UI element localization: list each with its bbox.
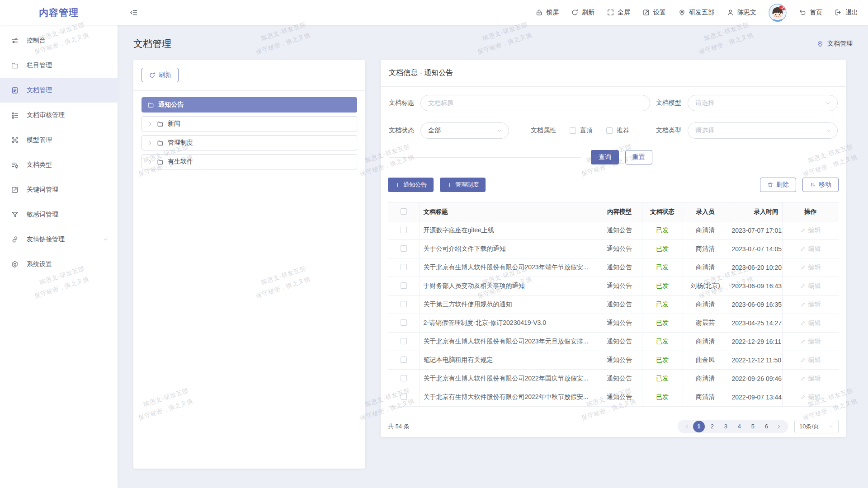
sidebar-item-document-review[interactable]: 文档审核管理 <box>0 103 118 127</box>
column-header-title: 文档标题 <box>420 203 597 221</box>
doc-title-input[interactable] <box>420 95 650 111</box>
page-button-6[interactable]: 6 <box>760 421 773 432</box>
next-page-button[interactable] <box>774 424 783 430</box>
edit-button[interactable]: 编辑 <box>800 245 821 253</box>
current-user[interactable]: 陈思文 <box>726 9 756 17</box>
edit-button[interactable]: 编辑 <box>800 226 821 235</box>
sidebar-item-friend-links[interactable]: 友情链接管理 <box>0 227 118 252</box>
sidebar-item-keyword-management[interactable]: 关键词管理 <box>0 177 118 202</box>
filter-form: 文档标题 文档模型 请选择 文档状态 全部 文 <box>381 87 846 139</box>
status-badge: 已发 <box>656 300 669 308</box>
sidebar-item-system-settings[interactable]: 系统设置 <box>0 252 118 277</box>
row-checkbox[interactable] <box>401 245 407 252</box>
search-button[interactable]: 查询 <box>591 150 619 164</box>
page-button-2[interactable]: 2 <box>706 421 718 432</box>
attr-checkbox-pinned[interactable]: 置顶 <box>570 127 593 135</box>
checkbox[interactable] <box>606 127 613 134</box>
row-checkbox[interactable] <box>401 282 407 289</box>
user-avatar[interactable] <box>769 4 787 22</box>
refresh-button[interactable]: 刷新 <box>571 9 594 17</box>
tree-refresh-button[interactable]: 刷新 <box>142 68 179 82</box>
tree-node-yousheng-software[interactable]: 有生软件 <box>142 154 357 169</box>
page-button-1[interactable]: 1 <box>693 421 705 432</box>
logout-icon <box>835 9 842 16</box>
reset-button[interactable]: 重置 <box>625 150 652 164</box>
row-checkbox[interactable] <box>401 394 407 400</box>
settings-button[interactable]: 设置 <box>642 9 666 17</box>
prev-page-button[interactable] <box>682 424 692 430</box>
sidebar-collapse-icon[interactable] <box>129 8 138 17</box>
fullscreen-button[interactable]: 全屏 <box>607 9 630 17</box>
table-row: 关于第三方软件使用规范的通知 通知公告 已发 商清清 2023-06-09 16… <box>388 296 839 314</box>
category-tree: 通知公告 新闻 管理制度 有生软件 <box>142 97 357 169</box>
tree-node-notice[interactable]: 通知公告 <box>142 97 357 113</box>
pencil-icon <box>800 338 806 344</box>
home-button[interactable]: 首页 <box>799 9 822 17</box>
row-checkbox[interactable] <box>401 357 407 363</box>
edit-button[interactable]: 编辑 <box>800 356 821 364</box>
chevron-down-icon <box>825 127 831 134</box>
folder-icon <box>147 102 154 108</box>
tree-node-management-rules[interactable]: 管理制度 <box>142 135 357 150</box>
page-button-5[interactable]: 5 <box>747 421 759 432</box>
page-button-4[interactable]: 4 <box>733 421 745 432</box>
status-badge: 已发 <box>656 393 669 400</box>
doc-type-select[interactable]: 请选择 <box>688 122 838 139</box>
chevron-down-icon <box>496 127 503 134</box>
sidebar-item-sensitive-words[interactable]: 敏感词管理 <box>0 202 118 227</box>
sidebar-item-console[interactable]: 控制台 <box>0 28 118 53</box>
move-button[interactable]: 移动 <box>802 178 839 192</box>
tree-node-news[interactable]: 新闻 <box>142 116 357 131</box>
page-size-select[interactable]: 10条/页 <box>794 420 839 433</box>
row-checkbox[interactable] <box>401 338 407 344</box>
doc-status-select[interactable]: 全部 <box>420 122 509 139</box>
top-header: 内容管理 锁屏 刷新 全屏 设置 研发五部 陈思文 <box>0 0 868 25</box>
sidebar-item-column-management[interactable]: 栏目管理 <box>0 53 118 78</box>
doc-model-select[interactable]: 请选择 <box>688 95 838 111</box>
status-badge: 已发 <box>656 338 669 345</box>
delete-button[interactable]: 删除 <box>760 178 796 192</box>
fullscreen-icon <box>607 9 614 16</box>
edit-button[interactable]: 编辑 <box>800 300 821 309</box>
department-indicator[interactable]: 研发五部 <box>678 9 714 17</box>
divider <box>133 90 365 91</box>
page-button-3[interactable]: 3 <box>720 421 732 432</box>
app-title: 内容管理 <box>0 6 118 19</box>
table-row: 开源数字底座在gitee上线 通知公告 已发 商清清 2023-07-07 17… <box>388 221 839 240</box>
checkbox[interactable] <box>570 127 576 134</box>
edit-button[interactable]: 编辑 <box>800 338 821 346</box>
lock-screen-button[interactable]: 锁屏 <box>535 9 559 17</box>
edit-button[interactable]: 编辑 <box>800 375 821 383</box>
table-toolbar: 通知公告 管理制度 删除 移动 <box>388 178 839 192</box>
column-header-status: 文档状态 <box>642 203 683 221</box>
row-checkbox[interactable] <box>401 319 407 326</box>
plus-icon <box>395 182 401 188</box>
sidebar-item-document-type[interactable]: 文档类型 <box>0 152 118 177</box>
add-notice-button[interactable]: 通知公告 <box>388 178 434 192</box>
logout-button[interactable]: 退出 <box>835 9 858 17</box>
pencil-icon <box>800 264 806 270</box>
row-checkbox[interactable] <box>401 375 407 381</box>
row-checkbox[interactable] <box>401 301 407 307</box>
sidebar-item-model-management[interactable]: 模型管理 <box>0 127 118 152</box>
pencil-icon <box>800 357 806 363</box>
table-row: 关于北京有生博大软件股份有限公司2022年中秋节放假安... 通知公告 已发 商… <box>388 388 839 407</box>
status-badge: 已发 <box>656 245 669 252</box>
table-row: 2-请销假管理制度-北京-修订20230419-V3.0 通知公告 已发 谢晨芸… <box>388 314 839 333</box>
chevron-right-icon <box>147 121 153 127</box>
attr-checkbox-recommended[interactable]: 推荐 <box>606 127 629 135</box>
status-badge: 已发 <box>656 282 669 289</box>
row-checkbox[interactable] <box>401 227 407 233</box>
chevron-down-icon <box>103 236 108 242</box>
edit-button[interactable]: 编辑 <box>800 393 821 401</box>
chevron-right-icon <box>147 140 153 145</box>
edit-button[interactable]: 编辑 <box>800 282 821 290</box>
add-management-rule-button[interactable]: 管理制度 <box>440 178 486 192</box>
edit-button[interactable]: 编辑 <box>800 319 821 327</box>
select-all-checkbox[interactable] <box>401 208 407 215</box>
table-header-row: 文档标题 内容模型 文档状态 录入员 录入时间 操作 <box>388 203 839 221</box>
row-checkbox[interactable] <box>401 264 407 270</box>
pager: 1 2 3 4 5 6 <box>678 420 788 433</box>
sidebar-item-document-management[interactable]: 文档管理 <box>0 78 118 103</box>
edit-button[interactable]: 编辑 <box>800 263 821 272</box>
